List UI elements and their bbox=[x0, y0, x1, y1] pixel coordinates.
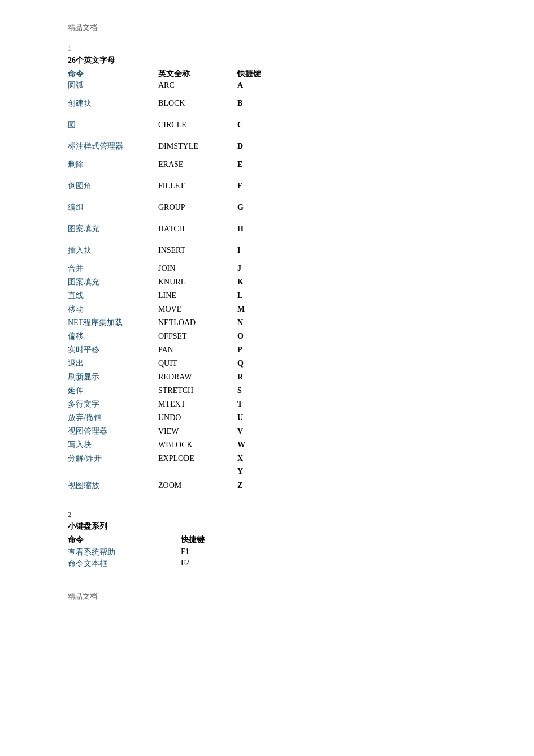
table-row: 分解/炸开 EXPLODE X bbox=[68, 453, 466, 466]
table-row: 编组 GROUP G bbox=[68, 202, 466, 215]
cmd-cell: 放弃/撤销 bbox=[68, 413, 158, 423]
key-cell: H bbox=[237, 224, 283, 234]
key-cell: I bbox=[237, 246, 283, 255]
sub-table-header: 命令 快捷键 bbox=[68, 535, 466, 545]
en-cell: JOIN bbox=[158, 264, 237, 273]
sub-cmd-cell: 命令文本框 bbox=[68, 559, 181, 569]
key-cell: S bbox=[237, 386, 283, 395]
section2-title: 小键盘系列 bbox=[68, 521, 466, 532]
cmd-cell: 编组 bbox=[68, 202, 158, 213]
key-cell: F bbox=[237, 182, 283, 191]
table-row: 放弃/撤销 UNDO U bbox=[68, 413, 466, 425]
cmd-cell: 写入块 bbox=[68, 440, 158, 450]
en-cell: NETLOAD bbox=[158, 318, 237, 327]
cmd-cell: 退出 bbox=[68, 358, 158, 369]
header-en: 英文全称 bbox=[158, 69, 237, 79]
en-cell: ERASE bbox=[158, 160, 237, 169]
table-row: 视图管理器 VIEW V bbox=[68, 426, 466, 439]
sub-table-row: 命令文本框 F2 bbox=[68, 559, 466, 569]
en-cell: PAN bbox=[158, 345, 237, 355]
key-cell: M bbox=[237, 305, 283, 314]
key-cell: R bbox=[237, 373, 283, 382]
en-cell: ARC bbox=[158, 81, 237, 90]
key-cell: V bbox=[237, 427, 283, 436]
watermark-bottom: 精品文档 bbox=[68, 591, 466, 602]
table-row: NET程序集加载 NETLOAD N bbox=[68, 318, 466, 330]
cmd-cell: 视图管理器 bbox=[68, 426, 158, 437]
key-cell: U bbox=[237, 413, 283, 422]
table-row: 直线 LINE L bbox=[68, 291, 466, 303]
table-row: 移动 MOVE M bbox=[68, 304, 466, 317]
cmd-cell: 刷新显示 bbox=[68, 372, 158, 382]
en-cell: OFFSET bbox=[158, 332, 237, 341]
cmd-cell: 偏移 bbox=[68, 331, 158, 342]
cmd-cell: 分解/炸开 bbox=[68, 453, 158, 464]
cmd-cell: 图案填充 bbox=[68, 224, 158, 234]
key-cell: T bbox=[237, 400, 283, 409]
en-cell: LINE bbox=[158, 291, 237, 300]
key-cell: A bbox=[237, 81, 283, 90]
key-cell: P bbox=[237, 345, 283, 355]
cmd-cell: 标注样式管理器 bbox=[68, 141, 158, 152]
sub-key-cell: F1 bbox=[181, 547, 237, 558]
table-row: 标注样式管理器 DIMSTYLE D bbox=[68, 141, 466, 154]
sub-header-cmd: 命令 bbox=[68, 535, 181, 545]
en-cell: MOVE bbox=[158, 305, 237, 314]
key-cell: E bbox=[237, 160, 283, 169]
table-row: 写入块 WBLOCK W bbox=[68, 440, 466, 452]
en-cell: WBLOCK bbox=[158, 440, 237, 450]
table-row: 倒圆角 FILLET F bbox=[68, 181, 466, 193]
key-cell: Z bbox=[237, 481, 283, 490]
table-row: 偏移 OFFSET O bbox=[68, 331, 466, 344]
cmd-cell: 创建块 bbox=[68, 98, 158, 109]
sub-header-key: 快捷键 bbox=[181, 535, 237, 545]
en-cell: FILLET bbox=[158, 182, 237, 191]
cmd-cell: 倒圆角 bbox=[68, 181, 158, 191]
header-cmd: 命令 bbox=[68, 69, 158, 79]
en-cell: DIMSTYLE bbox=[158, 142, 237, 151]
cmd-cell: —— bbox=[68, 467, 158, 476]
en-cell: INSERT bbox=[158, 246, 237, 255]
key-cell: B bbox=[237, 99, 283, 108]
cmd-cell: 视图缩放 bbox=[68, 481, 158, 491]
key-cell: Q bbox=[237, 359, 283, 368]
key-cell: O bbox=[237, 332, 283, 341]
sub-cmd-cell: 查看系统帮助 bbox=[68, 547, 181, 558]
cmd-cell: 直线 bbox=[68, 291, 158, 301]
section2: 2 小键盘系列 命令 快捷键 查看系统帮助 F1 命令文本框 F2 bbox=[68, 510, 466, 569]
cmd-cell: 圆 bbox=[68, 120, 158, 130]
table-row: 圆弧 ARC A bbox=[68, 80, 466, 93]
section1-title: 26个英文字母 bbox=[68, 55, 466, 66]
table-header: 命令 英文全称 快捷键 bbox=[68, 69, 466, 79]
cmd-cell: 图案填充 bbox=[68, 277, 158, 287]
cmd-cell: NET程序集加载 bbox=[68, 318, 158, 328]
table-row: 删除 ERASE E bbox=[68, 159, 466, 172]
table-row: 实时平移 PAN P bbox=[68, 345, 466, 357]
en-cell: KNURL bbox=[158, 278, 237, 287]
cmd-cell: 延伸 bbox=[68, 386, 158, 396]
table-row: 创建块 BLOCK B bbox=[68, 98, 466, 111]
en-cell: HATCH bbox=[158, 224, 237, 234]
cmd-cell: 删除 bbox=[68, 159, 158, 170]
key-cell: G bbox=[237, 203, 283, 212]
cmd-cell: 合并 bbox=[68, 263, 158, 274]
table-row: 视图缩放 ZOOM Z bbox=[68, 481, 466, 493]
table-row: 图案填充 HATCH H bbox=[68, 224, 466, 236]
cmd-cell: 多行文字 bbox=[68, 399, 158, 409]
table-row: 多行文字 MTEXT T bbox=[68, 399, 466, 412]
key-cell: D bbox=[237, 142, 283, 151]
key-cell: L bbox=[237, 291, 283, 300]
table-row: 合并 JOIN J bbox=[68, 263, 466, 276]
en-cell: ZOOM bbox=[158, 481, 237, 490]
en-cell: CIRCLE bbox=[158, 120, 237, 129]
en-cell: STRETCH bbox=[158, 386, 237, 395]
header-key: 快捷键 bbox=[237, 69, 283, 79]
table-row: 图案填充 KNURL K bbox=[68, 277, 466, 290]
key-cell: C bbox=[237, 120, 283, 129]
table-row: 刷新显示 REDRAW R bbox=[68, 372, 466, 385]
key-cell: J bbox=[237, 264, 283, 273]
table-row: 延伸 STRETCH S bbox=[68, 386, 466, 398]
en-cell: QUIT bbox=[158, 359, 237, 368]
key-cell: K bbox=[237, 278, 283, 287]
key-cell: N bbox=[237, 318, 283, 327]
